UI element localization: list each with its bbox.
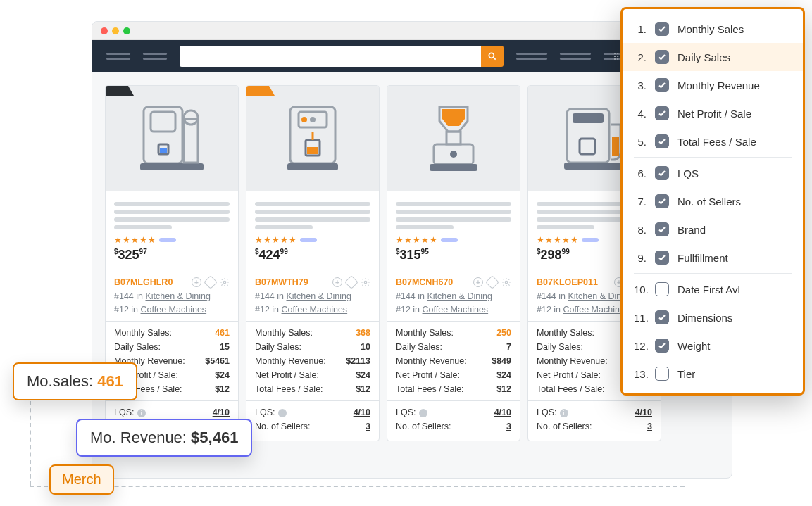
drag-handle-icon[interactable]: ⠿: [613, 51, 618, 63]
metric-row: Monthly Revenue:$849: [396, 354, 511, 368]
checkbox[interactable]: [655, 194, 669, 208]
review-count: [582, 238, 599, 242]
checkbox[interactable]: [655, 106, 669, 120]
config-row[interactable]: 6. LQS: [623, 159, 803, 187]
checkbox[interactable]: [655, 339, 669, 353]
metric-row: Daily Sales:15: [114, 340, 230, 354]
metric-value[interactable]: 4/10: [635, 407, 652, 417]
metric-row: LQS:i4/10: [396, 405, 511, 419]
product-price: $42499: [255, 248, 370, 263]
product-card[interactable]: ★★★★★ $31595 B07MCNH670 + #144 in Kitche…: [387, 85, 520, 441]
config-row[interactable]: 13. Tier: [623, 360, 803, 388]
nav-placeholder[interactable]: [143, 53, 167, 60]
config-row[interactable]: 12. Weight: [623, 331, 803, 360]
minimize-window-button[interactable]: [112, 27, 119, 34]
product-card[interactable]: ★★★★★ $42499 B07MWTH79 + #144 in Kitchen…: [246, 85, 380, 441]
gear-icon[interactable]: [361, 277, 370, 287]
metric-label: Monthly Revenue:: [537, 356, 608, 366]
config-label: Fullfillment: [677, 252, 728, 264]
tag-icon[interactable]: [485, 275, 499, 289]
metric-label: Total Fees / Sale:: [537, 384, 605, 394]
metric-value[interactable]: 3: [647, 422, 652, 431]
checkbox[interactable]: [655, 310, 669, 324]
svg-rect-27: [612, 137, 619, 156]
add-icon[interactable]: +: [192, 277, 201, 287]
zoom-window-button[interactable]: [123, 27, 130, 34]
tag-icon[interactable]: [344, 275, 358, 289]
config-row[interactable]: 5. Total Fees / Sale: [623, 127, 803, 156]
metric-value: 368: [356, 328, 370, 338]
metric-label: Net Profit / Sale:: [396, 370, 460, 380]
config-index: 7.: [634, 196, 647, 208]
config-index: 5.: [634, 136, 647, 148]
config-row[interactable]: ⠿ 2. Daily Sales: [623, 43, 803, 71]
checkbox[interactable]: [655, 50, 669, 64]
checkbox[interactable]: [655, 166, 669, 180]
config-row[interactable]: 7. No. of Sellers: [623, 187, 803, 215]
metric-label: Total Fees / Sale:: [396, 384, 464, 394]
metric-label: LQS:i: [537, 407, 568, 417]
config-row[interactable]: 9. Fullfillment: [623, 243, 803, 272]
config-row[interactable]: 4. Net Profit / Sale: [623, 99, 803, 127]
metric-value[interactable]: 4/10: [213, 407, 230, 417]
metric-value: $12: [356, 384, 370, 394]
svg-rect-3: [151, 112, 175, 132]
metric-value[interactable]: 4/10: [494, 407, 511, 417]
config-row[interactable]: 10. Date First Avl: [623, 275, 803, 303]
config-row[interactable]: 8. Brand: [623, 215, 803, 243]
tag-icon[interactable]: [204, 275, 218, 289]
svg-rect-19: [446, 132, 461, 144]
metric-value[interactable]: 4/10: [354, 407, 370, 417]
metric-row: Daily Sales:10: [255, 340, 370, 354]
metric-label: No. of Sellers:: [255, 422, 311, 431]
config-index: 1.: [634, 23, 647, 35]
checkbox[interactable]: [655, 134, 669, 148]
checkbox[interactable]: [655, 78, 669, 92]
metric-row: Net Profit / Sale:$24: [396, 368, 511, 382]
checkbox[interactable]: [655, 222, 669, 236]
nav-placeholder[interactable]: [106, 53, 130, 60]
info-icon[interactable]: i: [419, 409, 427, 417]
config-row[interactable]: 11. Dimensions: [623, 303, 803, 331]
product-asin: B07MWTH79 +: [255, 277, 370, 287]
config-label: Monthly Revenue: [677, 80, 760, 91]
config-row[interactable]: 1. Monthly Sales: [623, 15, 803, 43]
search-input[interactable]: [180, 46, 481, 67]
metric-value: $849: [492, 356, 511, 366]
metric-row: LQS:i4/10: [255, 405, 370, 419]
close-window-button[interactable]: [101, 27, 108, 34]
nav-placeholder[interactable]: [516, 53, 547, 60]
search-button[interactable]: [481, 46, 504, 67]
metric-row: LQS:i4/10: [114, 405, 230, 419]
info-icon[interactable]: i: [137, 409, 146, 417]
nav-placeholder[interactable]: [560, 53, 591, 60]
metric-row: Monthly Sales:250: [396, 326, 511, 340]
product-rank: #144 in Kitchen & Dining#12 in Coffee Ma…: [396, 290, 511, 317]
config-row[interactable]: 3. Monthly Revenue: [623, 71, 803, 99]
gear-icon[interactable]: [501, 277, 511, 287]
svg-point-12: [301, 117, 307, 122]
checkbox[interactable]: [655, 251, 669, 265]
metric-value[interactable]: 3: [506, 422, 511, 431]
config-index: 13.: [634, 368, 647, 380]
checkbox[interactable]: [655, 282, 669, 296]
svg-point-13: [310, 117, 316, 122]
checkbox[interactable]: [655, 22, 669, 36]
gear-icon[interactable]: [220, 277, 230, 287]
add-icon[interactable]: +: [473, 277, 483, 287]
search-icon: [487, 51, 497, 61]
info-icon[interactable]: i: [560, 409, 568, 417]
add-icon[interactable]: +: [332, 277, 342, 287]
metric-label: Daily Sales:: [537, 342, 583, 352]
config-index: 9.: [634, 252, 647, 264]
svg-point-18: [364, 281, 367, 284]
info-icon[interactable]: i: [278, 409, 287, 417]
checkbox[interactable]: [655, 367, 669, 381]
metric-label: Net Profit / Sale:: [255, 370, 319, 380]
metric-label: Daily Sales:: [114, 342, 161, 352]
product-price: $31595: [396, 248, 511, 263]
metric-label: LQS:i: [255, 407, 287, 417]
metric-value[interactable]: 3: [366, 422, 370, 431]
config-index: 10.: [634, 284, 647, 296]
star-rating: ★★★★★: [114, 235, 156, 245]
